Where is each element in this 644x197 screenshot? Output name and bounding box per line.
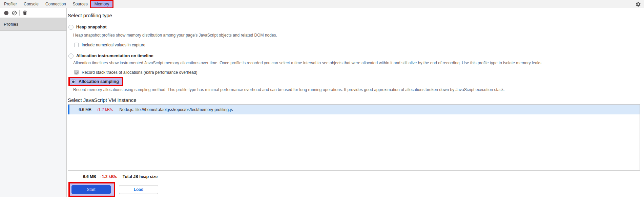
devtools-tabbar: Profiler Console Connection Sources Memo… xyxy=(0,0,644,8)
allocation-sampling-description: Record memory allocations using sampling… xyxy=(73,87,640,92)
checkbox-icon[interactable] xyxy=(74,43,79,47)
radio-allocation-instrumentation[interactable]: Allocation instrumentation on timeline xyxy=(68,53,640,59)
annotation-box-allocation-sampling: Allocation sampling xyxy=(68,77,123,86)
radio-heap-snapshot[interactable]: Heap snapshot xyxy=(68,24,640,30)
gear-icon[interactable] xyxy=(635,1,641,7)
tab-sources[interactable]: Sources xyxy=(69,1,91,7)
vm-instance-name: Node.js: file:///home/rafaelgss/repos/os… xyxy=(119,107,233,112)
checkbox-label[interactable]: Record stack traces of allocations (extr… xyxy=(82,70,198,75)
vm-instance-heading: Select JavaScript VM instance xyxy=(68,97,640,103)
checkbox-record-stack-traces[interactable]: Record stack traces of allocations (extr… xyxy=(74,70,640,75)
radio-label[interactable]: Heap snapshot xyxy=(76,25,107,29)
radio-allocation-sampling[interactable]: Allocation sampling xyxy=(71,79,119,84)
block-icon[interactable] xyxy=(10,9,18,17)
vm-instance-row[interactable]: 6.6 MB ↑1.2 kB/s Node.js: file:///home/r… xyxy=(68,105,640,114)
tab-memory[interactable]: Memory xyxy=(91,1,112,7)
tab-connection[interactable]: Connection xyxy=(42,1,69,7)
total-heap-rate-value: ↑1.2 kB/s xyxy=(100,174,117,179)
radio-button-icon[interactable] xyxy=(68,53,74,59)
start-button[interactable]: Start xyxy=(71,185,111,194)
profiles-sidebar: Profiles xyxy=(0,8,67,197)
checkbox-label[interactable]: Include numerical values in capture xyxy=(82,43,145,47)
heap-snapshot-description: Heap snapshot profiles show memory distr… xyxy=(73,33,640,38)
radio-label[interactable]: Allocation instrumentation on timeline xyxy=(76,53,153,58)
tab-console[interactable]: Console xyxy=(20,1,42,7)
tabbar-separator xyxy=(631,2,631,6)
tab-profiler[interactable]: Profiler xyxy=(1,1,20,7)
profiling-type-heading: Select profiling type xyxy=(68,13,640,19)
sidebar-item-profiles[interactable]: Profiles xyxy=(0,18,66,31)
toolbar-separator xyxy=(19,10,20,16)
total-heap-size-value: 6.6 MB xyxy=(83,174,96,179)
memory-launch-view: Select profiling type Heap snapshot Heap… xyxy=(67,8,644,197)
profiles-label: Profiles xyxy=(4,22,18,27)
record-icon[interactable] xyxy=(2,9,10,17)
action-buttons-row: Start Load xyxy=(68,182,640,197)
vm-heap-size: 6.6 MB xyxy=(79,107,91,112)
checkbox-include-numerical-values[interactable]: Include numerical values in capture xyxy=(74,42,640,47)
vm-instance-list: 6.6 MB ↑1.2 kB/s Node.js: file:///home/r… xyxy=(68,104,640,171)
checkbox-icon[interactable] xyxy=(74,70,79,74)
radio-button-selected-icon[interactable] xyxy=(71,79,76,84)
allocation-timeline-description: Allocation timelines show instrumented J… xyxy=(73,61,640,66)
annotation-box-start-button: Start xyxy=(68,182,115,197)
load-button[interactable]: Load xyxy=(119,185,158,194)
radio-label[interactable]: Allocation sampling xyxy=(79,79,119,84)
total-heap-size-label: Total JS heap size xyxy=(123,174,158,179)
memory-panel-toolbar xyxy=(0,8,66,18)
radio-button-icon[interactable] xyxy=(68,25,74,30)
vm-heap-rate: ↑1.2 kB/s xyxy=(96,107,113,112)
trash-icon[interactable] xyxy=(21,9,29,17)
total-heap-stats: 6.6 MB ↑1.2 kB/s Total JS heap size xyxy=(83,174,640,179)
